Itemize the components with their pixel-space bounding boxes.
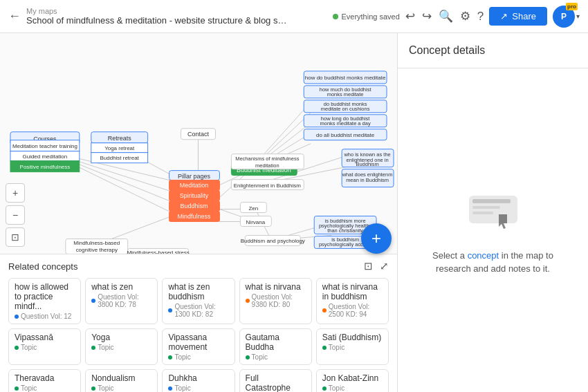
zoom-out-button[interactable]: − <box>6 205 25 225</box>
chip-dot <box>168 308 172 312</box>
svg-text:do all buddhist meditate: do all buddhist meditate <box>316 132 375 138</box>
chip-name: Vipassanā <box>15 333 75 342</box>
chip-dot <box>91 386 95 391</box>
chip-dot <box>246 355 250 360</box>
undo-icon[interactable]: ↩ <box>405 9 415 24</box>
chip-meta: Topic <box>15 344 75 351</box>
related-chip[interactable]: what is zen buddhism Question Vol: 1300 … <box>162 278 235 324</box>
chip-meta: Topic <box>246 353 306 361</box>
svg-text:Buddhism and psychology: Buddhism and psychology <box>241 238 305 244</box>
chip-dot <box>168 386 172 391</box>
chip-name: what is zen <box>91 282 151 292</box>
back-button[interactable]: ← <box>8 9 21 24</box>
svg-text:Buddhism: Buddhism <box>181 203 208 209</box>
related-chip[interactable]: Gautama Buddha Topic <box>239 328 312 365</box>
chip-dot <box>15 315 19 319</box>
svg-text:meditation: meditation <box>255 162 279 169</box>
header-icons: ↩ ↪ 🔍 ⚙ ? <box>405 9 484 24</box>
add-concept-button[interactable]: + <box>361 223 392 254</box>
avatar: P pro <box>553 6 575 28</box>
chip-name: Sati (Buddhism) <box>322 333 383 342</box>
svg-text:Enlightenment in Buddhism: Enlightenment in Buddhism <box>234 183 301 189</box>
header: ← My maps School of mindfulness & medita… <box>0 0 588 33</box>
chip-dot <box>15 346 19 350</box>
svg-text:Meditation: Meditation <box>180 182 208 189</box>
related-chip[interactable]: Vipassana movement Topic <box>162 328 235 365</box>
related-chip[interactable]: what is zen Question Vol: 3800 KD: 78 <box>85 278 158 324</box>
chips-grid: how is allowed to practice mindf... Ques… <box>8 278 389 392</box>
chip-meta: Topic <box>322 344 383 351</box>
help-icon[interactable]: ? <box>477 10 484 24</box>
settings-icon[interactable]: ⚙ <box>460 9 470 24</box>
chip-meta: Topic <box>322 384 383 392</box>
chip-name: what is zen buddhism <box>168 282 228 301</box>
related-chip[interactable]: Duhkha Topic <box>162 369 235 392</box>
empty-state-text: Select a concept in the map toresearch a… <box>432 249 553 276</box>
svg-text:Guided meditation: Guided meditation <box>23 153 68 160</box>
svg-text:Buddhist retreat: Buddhist retreat <box>100 155 140 161</box>
avatar-block[interactable]: P pro ▾ <box>553 6 580 28</box>
chip-meta: Topic <box>168 353 228 361</box>
concept-details-title: Concept details <box>398 33 588 68</box>
chip-dot <box>246 299 250 303</box>
chip-name: Full Catastrophe Living <box>246 373 306 392</box>
svg-text:Spirituality: Spirituality <box>180 192 209 199</box>
related-chip[interactable]: Theravada Topic <box>8 369 81 392</box>
chip-dot <box>168 355 172 360</box>
related-header: Related concepts ⊡ ⤢ <box>8 260 389 272</box>
chip-meta: Topic <box>91 344 151 351</box>
svg-text:Pillar pages: Pillar pages <box>178 173 210 180</box>
map-area[interactable]: Courses Meditation teacher training Guid… <box>0 33 398 392</box>
pro-badge: pro <box>566 3 578 10</box>
svg-text:Buddhism: Buddhism <box>356 161 378 167</box>
breadcrumb[interactable]: My maps <box>26 7 327 15</box>
chip-meta: Topic <box>91 384 151 392</box>
filter-icon[interactable]: ⊡ <box>364 260 373 272</box>
related-chip[interactable]: how is allowed to practice mindf... Ques… <box>8 278 81 324</box>
chip-name: what is nirvana in buddhism <box>322 282 383 301</box>
chip-dot <box>15 386 19 391</box>
svg-text:Yoga retreat: Yoga retreat <box>104 145 135 151</box>
svg-text:Contact: Contact <box>187 131 209 138</box>
chip-name: Theravada <box>15 373 75 383</box>
related-chip[interactable]: Full Catastrophe Living Topic <box>239 369 312 392</box>
related-chip[interactable]: Yoga Topic <box>85 328 158 365</box>
svg-text:than christianity: than christianity <box>327 227 363 234</box>
chip-name: Yoga <box>91 333 151 342</box>
share-button[interactable]: ↗ Share <box>489 7 547 26</box>
related-chip[interactable]: what is nirvana Question Vol: 9380 KD: 8… <box>239 278 312 324</box>
related-chip[interactable]: what is nirvana in buddhism Question Vol… <box>316 278 389 324</box>
related-chip[interactable]: Jon Kabat-Zinn Topic <box>316 369 389 392</box>
svg-text:Mechanisms of mindfulness: Mechanisms of mindfulness <box>235 156 299 162</box>
svg-text:Retreats: Retreats <box>108 135 131 142</box>
svg-rect-113 <box>472 212 493 214</box>
chip-name: Gautama Buddha <box>246 333 306 352</box>
svg-text:mean in Buddhism: mean in Buddhism <box>346 177 389 183</box>
right-panel: Concept details Select a concept in the … <box>398 33 588 392</box>
chip-meta: Topic <box>15 384 75 392</box>
share-icon: ↗ <box>500 11 508 21</box>
chip-name: how is allowed to practice mindf... <box>15 282 75 311</box>
svg-text:how do buddhist monks meditate: how do buddhist monks meditate <box>305 75 386 81</box>
chip-meta: Question Vol: 3800 KD: 78 <box>91 293 151 308</box>
fit-button[interactable]: ⊡ <box>6 227 25 247</box>
svg-rect-112 <box>472 206 500 209</box>
related-chip[interactable]: Sati (Buddhism) Topic <box>316 328 389 365</box>
svg-text:Positive mindfulness: Positive mindfulness <box>20 164 71 170</box>
expand-icon[interactable]: ⤢ <box>380 260 389 272</box>
related-chip[interactable]: Nondualism Topic <box>85 369 158 392</box>
zoom-in-button[interactable]: + <box>6 183 25 203</box>
svg-text:Meditation teacher training: Meditation teacher training <box>12 143 77 149</box>
chip-meta: Question Vol: 12 <box>15 312 75 320</box>
chip-name: what is nirvana <box>246 282 306 292</box>
empty-icon <box>466 185 521 241</box>
svg-text:monks meditate: monks meditate <box>327 91 364 97</box>
search-icon[interactable]: 🔍 <box>439 9 453 24</box>
svg-rect-111 <box>472 199 511 203</box>
page-title: School of mindfulness & meditation - web… <box>26 15 289 26</box>
chip-meta: Topic <box>168 384 228 392</box>
saved-dot <box>333 14 338 19</box>
related-chip[interactable]: Vipassanā Topic <box>8 328 81 365</box>
main-layout: Courses Meditation teacher training Guid… <box>0 33 588 392</box>
redo-icon[interactable]: ↪ <box>422 9 432 24</box>
